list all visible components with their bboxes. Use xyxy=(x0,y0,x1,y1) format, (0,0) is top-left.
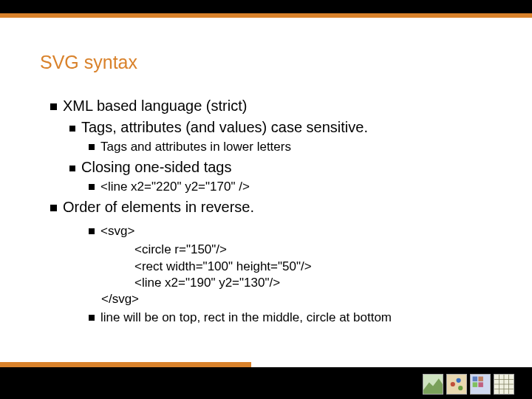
svg-rect-7 xyxy=(478,377,483,381)
bullet-level-3: line will be on top, rect in the middle,… xyxy=(89,310,510,326)
code-line: <line x2="190" y2="130"/> xyxy=(108,275,510,290)
bullet-text: <line x2="190" y2="130"/> xyxy=(134,276,280,290)
svg-point-3 xyxy=(456,378,460,383)
bullet-level-2: Closing one-sided tags xyxy=(69,157,510,177)
bullet-text: Closing one-sided tags xyxy=(81,159,231,175)
bullet-text: Tags and attributes in lower letters xyxy=(100,140,291,154)
code-line: <circle r="150"/> xyxy=(108,242,510,257)
svg-point-4 xyxy=(458,386,463,390)
bullet-icon xyxy=(89,144,95,150)
svg-rect-6 xyxy=(473,377,478,381)
bullet-text: <circle r="150"/> xyxy=(134,242,227,256)
thumbnail-icon xyxy=(446,374,467,395)
slide-title: SVG syntax xyxy=(40,52,137,73)
bullet-level-3: Tags and attributes in lower letters xyxy=(89,139,510,155)
bullet-text: XML based language (strict) xyxy=(63,98,247,114)
code-line: </svg> xyxy=(89,291,510,307)
footer-orange-bar xyxy=(0,362,251,367)
bullet-icon xyxy=(50,205,57,211)
bullet-icon xyxy=(69,166,75,171)
bullet-text: <rect width="100" height="50"/> xyxy=(134,259,312,273)
header-black-bar xyxy=(0,0,532,13)
slide-content: XML based language (strict) Tags, attrib… xyxy=(50,96,510,328)
bullet-level-3: <svg> xyxy=(89,223,510,239)
svg-rect-8 xyxy=(473,382,478,387)
bullet-text: </svg> xyxy=(101,292,139,306)
bullet-level-3: <line x2="220" y2="170" /> xyxy=(89,179,510,195)
footer-thumbnails xyxy=(423,374,514,395)
bullet-level-1: Order of elements in reverse. xyxy=(50,197,510,216)
bullet-icon xyxy=(89,184,95,190)
bullet-level-2: Tags, attributes (and values) case sensi… xyxy=(69,117,510,137)
header-orange-bar xyxy=(0,13,532,18)
bullet-text: <svg> xyxy=(100,224,134,238)
bullet-icon xyxy=(89,228,95,234)
bullet-icon xyxy=(89,315,95,321)
thumbnail-icon xyxy=(494,374,514,395)
thumbnail-icon xyxy=(423,374,443,395)
thumbnail-icon xyxy=(470,374,491,395)
code-line: <rect width="100" height="50"/> xyxy=(108,259,510,274)
svg-point-2 xyxy=(451,382,455,386)
svg-rect-1 xyxy=(447,375,466,394)
slide: SVG syntax XML based language (strict) T… xyxy=(0,0,532,399)
bullet-text: Order of elements in reverse. xyxy=(63,199,254,215)
svg-rect-9 xyxy=(478,382,483,387)
bullet-level-1: XML based language (strict) xyxy=(50,96,510,115)
bullet-icon xyxy=(69,126,75,132)
bullet-text: Tags, attributes (and values) case sensi… xyxy=(81,119,368,135)
bullet-text: <line x2="220" y2="170" /> xyxy=(100,180,250,194)
bullet-icon xyxy=(50,103,57,110)
bullet-text: line will be on top, rect in the middle,… xyxy=(100,310,392,324)
